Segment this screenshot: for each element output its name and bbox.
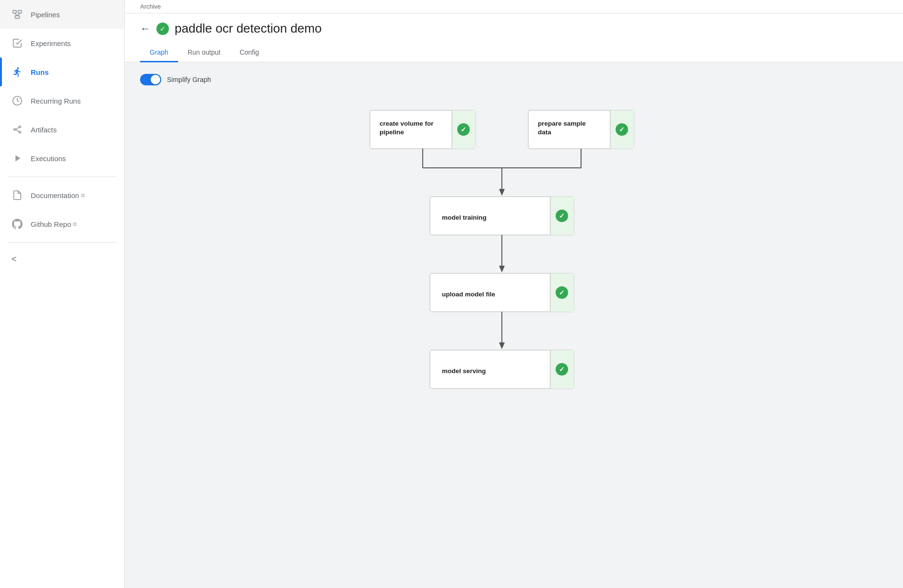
sidebar-item-label: Documentation (31, 191, 79, 200)
svg-text:✓: ✓ (559, 365, 565, 373)
svg-line-10 (15, 129, 19, 132)
sidebar-item-label: Artifacts (31, 126, 57, 134)
tab-run-output[interactable]: Run output (178, 44, 230, 62)
svg-text:✓: ✓ (461, 126, 466, 133)
svg-text:✓: ✓ (619, 126, 625, 133)
sidebar: Pipelines Experiments Runs Recurring Run… (0, 0, 125, 588)
sidebar-item-artifacts[interactable]: Artifacts (0, 115, 124, 144)
svg-text:prepare sample: prepare sample (538, 120, 586, 127)
sidebar-item-recurring-runs[interactable]: Recurring Runs (0, 86, 124, 115)
recurring-icon (12, 95, 23, 106)
executions-icon (12, 153, 23, 164)
sidebar-item-runs[interactable]: Runs (0, 58, 124, 86)
simplify-toggle-row: Simplify Graph (140, 74, 888, 85)
divider-2 (8, 242, 117, 243)
sidebar-item-documentation[interactable]: Documentation ⧉ (0, 181, 124, 210)
svg-line-9 (15, 127, 19, 129)
sidebar-item-pipelines[interactable]: Pipelines (0, 0, 124, 29)
title-row: ← ✓ paddle ocr detection demo (140, 21, 888, 36)
svg-marker-29 (499, 189, 505, 196)
svg-text:model training: model training (442, 214, 487, 221)
simplify-toggle[interactable] (140, 74, 161, 85)
toggle-knob (151, 75, 160, 84)
node-upload-model[interactable]: upload model file ✓ (430, 273, 574, 312)
artifacts-icon (12, 124, 23, 135)
svg-point-6 (14, 129, 16, 130)
pipeline-graph: create volume for pipeline ✓ prepare sam… (140, 101, 888, 484)
sidebar-item-label: Pipelines (31, 11, 60, 19)
sidebar-item-label: Executions (31, 154, 66, 163)
svg-rect-40 (550, 273, 551, 312)
svg-text:pipeline: pipeline (380, 129, 404, 136)
github-icon (12, 218, 23, 230)
page-title: paddle ocr detection demo (175, 21, 321, 36)
sidebar-item-experiments[interactable]: Experiments (0, 29, 124, 58)
sidebar-item-label: Github Repo (31, 220, 71, 228)
svg-point-7 (19, 126, 21, 128)
tab-config[interactable]: Config (230, 44, 268, 62)
svg-rect-32 (550, 197, 551, 235)
tab-graph[interactable]: Graph (140, 44, 178, 62)
svg-rect-1 (18, 11, 22, 13)
svg-marker-45 (499, 342, 505, 349)
sidebar-item-label: Recurring Runs (31, 97, 81, 105)
svg-text:✓: ✓ (559, 212, 565, 220)
external-link-icon: ⧉ (81, 192, 85, 199)
svg-text:create volume for: create volume for (380, 120, 434, 127)
node-create-volume[interactable]: create volume for pipeline ✓ (370, 110, 475, 149)
svg-text:✓: ✓ (559, 289, 565, 296)
pipeline-icon (12, 9, 23, 20)
sidebar-item-label: Runs (31, 68, 49, 76)
svg-marker-37 (499, 266, 505, 272)
doc-icon (12, 189, 23, 201)
svg-rect-13 (452, 110, 452, 149)
runs-icon (12, 66, 23, 78)
node-model-training[interactable]: model training ✓ (430, 197, 574, 235)
page-header: ← ✓ paddle ocr detection demo Graph Run … (125, 13, 903, 62)
external-link-icon-2: ⧉ (73, 221, 77, 227)
flow-svg: create volume for pipeline ✓ prepare sam… (346, 101, 682, 484)
collapse-button[interactable]: < (0, 247, 124, 272)
graph-area: Simplify Graph create volume for pipelin… (125, 62, 903, 588)
svg-text:model serving: model serving (442, 367, 486, 375)
experiments-icon (12, 37, 23, 49)
back-button[interactable]: ← (140, 24, 151, 34)
svg-text:data: data (538, 129, 551, 136)
node-model-serving[interactable]: model serving ✓ (430, 350, 574, 388)
svg-rect-20 (610, 110, 611, 149)
svg-rect-2 (15, 16, 19, 19)
breadcrumb: Archive (125, 0, 903, 13)
main-content: Archive ← ✓ paddle ocr detection demo Gr… (125, 0, 903, 588)
svg-rect-48 (550, 350, 551, 388)
tab-bar: Graph Run output Config (140, 44, 888, 62)
run-status-icon: ✓ (156, 23, 169, 35)
svg-text:upload model file: upload model file (442, 291, 495, 298)
sidebar-item-executions[interactable]: Executions (0, 144, 124, 173)
toggle-label: Simplify Graph (167, 76, 211, 83)
sidebar-item-github[interactable]: Github Repo ⧉ (0, 210, 124, 238)
svg-rect-0 (13, 11, 16, 13)
svg-point-8 (19, 131, 21, 133)
divider-1 (8, 176, 117, 177)
sidebar-item-label: Experiments (31, 39, 71, 47)
node-prepare-sample[interactable]: prepare sample data ✓ (528, 110, 634, 149)
